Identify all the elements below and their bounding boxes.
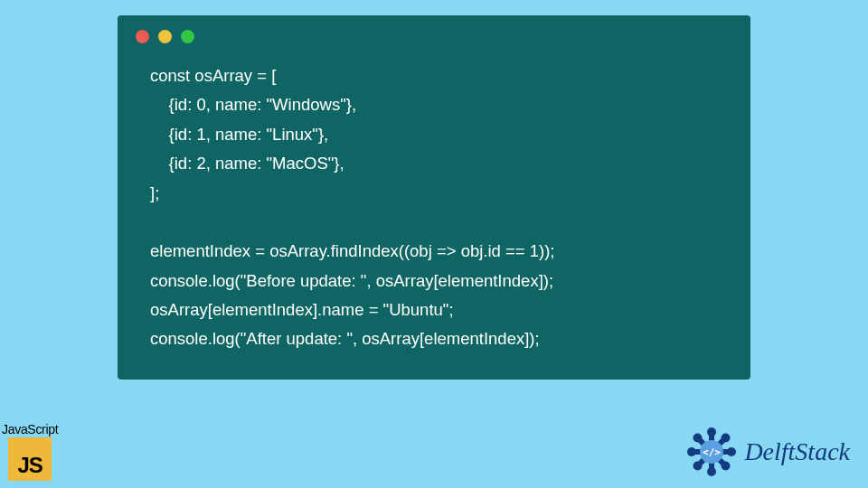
svg-text:</>: </> [703,446,721,458]
code-block: const osArray = [ {id: 0, name: "Windows… [118,51,750,361]
javascript-short: JS [17,453,42,478]
delftstack-brand: DelftStack [744,437,850,466]
delftstack-logo: </> DelftStack [684,425,850,479]
window-controls [118,15,750,51]
javascript-icon: JS [8,437,52,481]
maximize-icon [181,30,194,43]
code-window: const osArray = [ {id: 0, name: "Windows… [118,15,750,380]
javascript-label: JavaScript [2,422,58,436]
javascript-badge: JavaScript JS [2,422,58,481]
close-icon [136,30,149,43]
delftstack-icon: </> [684,425,739,479]
minimize-icon [158,30,172,43]
